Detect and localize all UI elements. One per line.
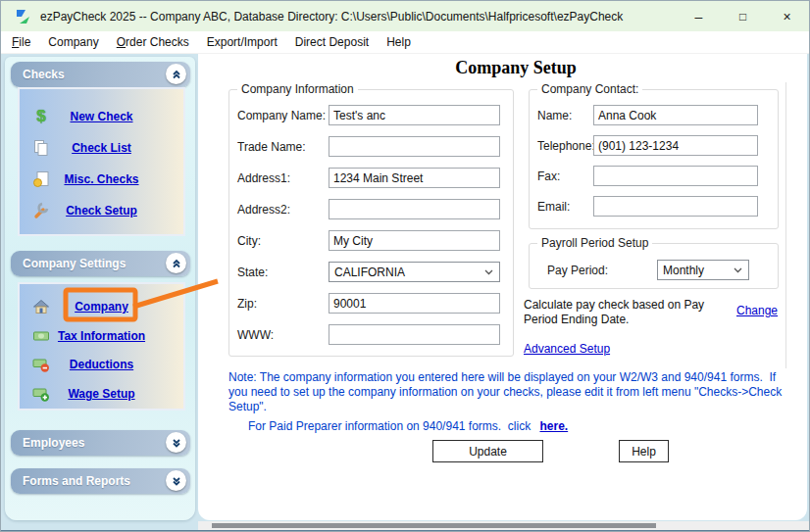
city-input[interactable] bbox=[329, 230, 500, 251]
field-row: Telephone: bbox=[537, 135, 758, 156]
window-title: ezPayCheck 2025 -- Company ABC, Database… bbox=[40, 10, 623, 24]
expand-employees-button[interactable] bbox=[166, 432, 186, 453]
telephone-label: Telephone: bbox=[537, 139, 593, 153]
app-icon bbox=[14, 8, 31, 25]
document-coin-icon bbox=[32, 170, 50, 188]
www-input[interactable] bbox=[329, 324, 500, 345]
state-label: State: bbox=[237, 266, 329, 279]
field-row: Name: bbox=[537, 105, 758, 125]
page-title: Company Setup bbox=[227, 58, 805, 78]
address2-input[interactable] bbox=[329, 199, 500, 219]
section-header-company-settings[interactable]: Company Settings bbox=[11, 251, 190, 276]
groupbox-legend: Company Information bbox=[237, 82, 358, 96]
sidebar-item-tax-information[interactable]: Tax Information bbox=[20, 321, 183, 351]
fax-input[interactable] bbox=[593, 166, 758, 186]
titlebar: ezPayCheck 2025 -- Company ABC, Database… bbox=[1, 1, 810, 31]
sidebar-item-check-list[interactable]: Check List bbox=[20, 132, 183, 164]
contact-name-label: Name: bbox=[537, 109, 593, 122]
sidebar-item-wage-setup[interactable]: Wage Setup bbox=[20, 379, 183, 409]
address2-label: Address2: bbox=[237, 203, 329, 217]
section-title: Forms and Reports bbox=[23, 474, 130, 488]
zip-input[interactable] bbox=[329, 293, 500, 314]
telephone-input[interactable] bbox=[593, 135, 758, 156]
sidebar-item-new-check[interactable]: $ New Check bbox=[20, 101, 183, 132]
state-select[interactable]: CALIFORNIA bbox=[329, 262, 500, 282]
company-name-input[interactable] bbox=[329, 105, 500, 125]
groupbox-legend: Payroll Period Setup bbox=[537, 236, 652, 250]
groupbox-company-information: Company Information Company Name: Trade … bbox=[228, 89, 514, 357]
window-controls: – □ × bbox=[677, 1, 809, 31]
pay-period-select[interactable]: Monthly bbox=[657, 260, 749, 280]
chevron-up-icon bbox=[171, 258, 182, 269]
email-input[interactable] bbox=[593, 196, 758, 217]
address1-input[interactable] bbox=[329, 168, 500, 188]
menu-item-order-checks[interactable]: Order Checks bbox=[108, 33, 198, 51]
field-row: Zip: bbox=[237, 293, 500, 314]
pay-period-label: Pay Period: bbox=[547, 264, 657, 277]
wrench-icon bbox=[32, 202, 50, 219]
copy-icon bbox=[32, 139, 50, 157]
sidebar-item-deductions[interactable]: Deductions bbox=[20, 351, 183, 380]
field-row: WWW: bbox=[237, 324, 500, 345]
section-title: Company Settings bbox=[23, 257, 126, 270]
collapse-company-settings-button[interactable] bbox=[166, 253, 186, 273]
dollar-icon: $ bbox=[32, 108, 50, 125]
section-title: Checks bbox=[23, 68, 65, 81]
city-label: City: bbox=[237, 234, 329, 248]
trade-name-label: Trade Name: bbox=[237, 140, 329, 154]
address1-label: Address1: bbox=[237, 171, 329, 185]
app-window: ezPayCheck 2025 -- Company ABC, Database… bbox=[0, 0, 810, 532]
field-row: Fax: bbox=[537, 166, 758, 186]
minimize-button[interactable]: – bbox=[677, 1, 721, 31]
menu-item-help[interactable]: Help bbox=[378, 33, 420, 51]
sidebar-item-misc-checks[interactable]: Misc. Checks bbox=[20, 164, 183, 195]
menu-item-company[interactable]: Company bbox=[39, 33, 107, 51]
maximize-button[interactable]: □ bbox=[721, 1, 765, 31]
change-link[interactable]: Change bbox=[736, 304, 778, 317]
chevron-down-icon bbox=[484, 269, 493, 275]
groupbox-legend: Company Contact: bbox=[537, 82, 642, 96]
section-header-employees[interactable]: Employees bbox=[11, 430, 190, 456]
close-button[interactable]: × bbox=[765, 1, 809, 31]
field-row: City: bbox=[237, 230, 500, 251]
home-icon bbox=[32, 298, 50, 315]
fax-label: Fax: bbox=[537, 169, 593, 183]
zip-label: Zip: bbox=[237, 297, 329, 311]
menu-item-export-import[interactable]: Export/Import bbox=[198, 33, 286, 51]
field-row: Address2: bbox=[237, 199, 500, 219]
sidebar-item-company[interactable]: Company bbox=[20, 292, 183, 321]
www-label: WWW: bbox=[237, 328, 329, 342]
chevron-down-icon bbox=[734, 267, 742, 273]
money-icon bbox=[32, 327, 50, 345]
trade-name-input[interactable] bbox=[329, 136, 500, 157]
field-row: Address1: bbox=[237, 168, 500, 188]
menubar: File Company Order Checks Export/Import … bbox=[1, 31, 810, 54]
main-panel: Company Setup Company Information Compan… bbox=[198, 54, 807, 520]
email-label: Email: bbox=[537, 200, 593, 214]
scrollbar-thumb[interactable] bbox=[212, 523, 656, 528]
section-header-checks[interactable]: Checks bbox=[11, 62, 190, 87]
section-title: Employees bbox=[23, 436, 84, 450]
advanced-setup-link[interactable]: Advanced Setup bbox=[524, 342, 610, 356]
calc-text: Calculate pay check based on Pay Period … bbox=[524, 298, 737, 327]
help-button[interactable]: Help bbox=[619, 440, 669, 462]
panel-divider bbox=[785, 82, 786, 368]
collapse-checks-button[interactable] bbox=[166, 64, 186, 84]
field-row: Trade Name: bbox=[237, 136, 500, 157]
update-button[interactable]: Update bbox=[432, 440, 543, 462]
menu-item-file[interactable]: File bbox=[3, 33, 39, 51]
sidebar-item-check-setup[interactable]: Check Setup bbox=[20, 195, 183, 226]
menu-item-direct-deposit[interactable]: Direct Deposit bbox=[286, 33, 378, 51]
company-name-label: Company Name: bbox=[237, 109, 329, 122]
expand-forms-and-reports-button[interactable] bbox=[166, 470, 186, 491]
chevron-down-icon bbox=[171, 475, 182, 487]
section-body-checks: $ New Check Check List bbox=[18, 87, 185, 236]
section-body-company-settings: Company Tax Information bbox=[18, 282, 185, 411]
groupbox-company-contact: Company Contact: Name: Telephone: Fax: E… bbox=[529, 89, 779, 229]
money-minus-icon bbox=[32, 356, 50, 373]
here-link[interactable]: here. bbox=[539, 419, 568, 433]
money-plus-icon bbox=[32, 385, 50, 403]
contact-name-input[interactable] bbox=[593, 105, 758, 125]
section-header-forms-and-reports[interactable]: Forms and Reports bbox=[11, 468, 190, 494]
groupbox-payroll-period-setup: Payroll Period Setup Pay Period: Monthly bbox=[529, 243, 779, 289]
